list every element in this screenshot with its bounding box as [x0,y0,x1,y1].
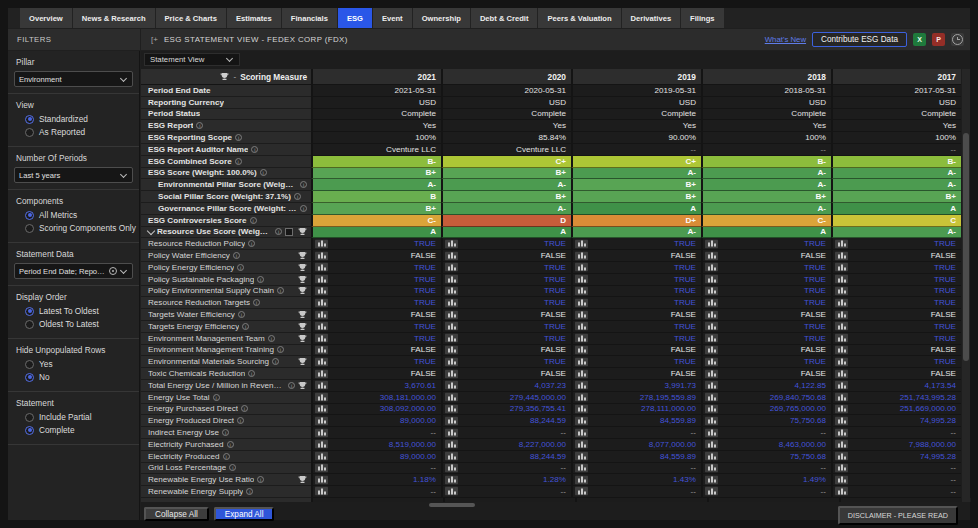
column-header-2021[interactable]: 2021 [311,69,441,85]
info-icon[interactable]: i [253,299,260,306]
cell-value[interactable]: TRUE [831,356,961,368]
row-label-cell[interactable]: ESG Report Auditor Namei [141,144,311,156]
cell-value[interactable]: Complete [311,109,441,121]
mini-chart-icon[interactable] [835,463,848,472]
cell-value[interactable]: C [831,215,961,227]
info-icon[interactable]: i [277,346,284,353]
cell-value[interactable]: B+ [441,168,571,180]
row-label-cell[interactable]: Environment Management Trainingi [141,345,311,357]
info-icon[interactable]: i [300,205,307,212]
row-label-cell[interactable]: Environmental Pillar Score (Weight: 34.3… [141,179,311,191]
cell-value[interactable]: 278,111,000.00 [571,404,701,416]
cell-value[interactable]: Complete [571,109,701,121]
mini-chart-icon[interactable] [445,239,458,248]
vertical-scrollbar-thumb[interactable] [963,133,969,361]
mini-chart-icon[interactable] [835,286,848,295]
info-icon[interactable]: i [260,169,267,176]
disclaimer-button[interactable]: DISCLAIMER - PLEASE READ [838,506,958,525]
mini-chart-icon[interactable] [575,416,588,425]
cell-value[interactable]: 84,559.89 [571,451,701,463]
statement-view-dropdown[interactable]: Statement View [144,53,240,66]
table-row-environmental-pillar-score-weight-34-3[interactable]: Environmental Pillar Score (Weight: 34.3… [141,179,971,191]
cell-value[interactable]: TRUE [571,274,701,286]
mini-chart-icon[interactable] [315,298,328,307]
mini-chart-icon[interactable] [445,251,458,260]
cell-value[interactable]: 1.18% [311,474,441,486]
cell-value[interactable]: A- [701,179,831,191]
tab-debt-credit[interactable]: Debt & Credit [471,8,538,28]
mini-chart-icon[interactable] [445,404,458,413]
cell-value[interactable]: USD [441,97,571,109]
row-label-cell[interactable]: Energy Produced Directi [141,415,311,427]
info-icon[interactable]: i [238,311,245,318]
cell-value[interactable]: 100% [831,132,961,144]
cell-value[interactable]: FALSE [441,368,571,380]
gear-icon[interactable] [109,267,117,275]
tab-overview[interactable]: Overview [20,8,72,28]
info-icon[interactable]: i [196,122,203,129]
row-label-cell[interactable]: Grid Loss Percentagei [141,463,311,475]
mini-chart-icon[interactable] [575,345,588,354]
mini-chart-icon[interactable] [835,487,848,496]
cell-value[interactable]: 8,227,000.00 [441,439,571,451]
cell-value[interactable]: A- [831,179,961,191]
cell-value[interactable]: Yes [701,120,831,132]
table-row-period-status[interactable]: Period StatusCompleteCompleteCompleteCom… [141,109,971,121]
mini-chart-icon[interactable] [315,416,328,425]
mini-chart-icon[interactable] [835,440,848,449]
mini-chart-icon[interactable] [445,275,458,284]
table-row-esg-report-auditor-name[interactable]: ESG Report Auditor NameiCventure LLCCven… [141,144,971,156]
mini-chart-icon[interactable] [575,381,588,390]
cell-value[interactable]: 2019-05-31 [571,85,701,97]
row-label-cell[interactable]: Indirect Energy Usei [141,427,311,439]
table-row-esg-controversies-score[interactable]: ESG Controversies ScoreiC-DD+C-C [141,215,971,227]
info-icon[interactable]: i [257,276,264,283]
cell-value[interactable]: FALSE [571,309,701,321]
mini-chart-icon[interactable] [835,334,848,343]
table-row-total-energy-use-million-in-revenue[interactable]: Total Energy Use / Million in Revenue $i… [141,380,971,392]
cell-value[interactable]: FALSE [311,309,441,321]
cell-value[interactable]: -- [441,463,571,475]
cell-value[interactable]: 278,195,559.89 [571,392,701,404]
info-icon[interactable]: i [237,417,244,424]
cell-value[interactable]: TRUE [311,297,441,309]
row-label-cell[interactable]: ESG Reporti [141,120,311,132]
mini-chart-icon[interactable] [705,251,718,260]
mini-chart-icon[interactable] [575,334,588,343]
mini-chart-icon[interactable] [835,310,848,319]
row-label-cell[interactable]: Period End Date [141,85,311,97]
cell-value[interactable]: TRUE [441,333,571,345]
mini-chart-icon[interactable] [705,452,718,461]
cell-value[interactable]: B- [831,156,961,168]
table-row-governance-pillar-score-weight-28-6[interactable]: Governance Pillar Score (Weight: 28.6%)i… [141,203,971,215]
table-row-policy-energy-efficiency[interactable]: Policy Energy EfficiencyiTRUETRUETRUETRU… [141,262,971,274]
mini-chart-icon[interactable] [445,416,458,425]
cell-value[interactable]: USD [311,97,441,109]
cell-value[interactable]: FALSE [831,250,961,262]
tab-derivatives[interactable]: Derivatives [622,8,681,28]
cell-value[interactable]: TRUE [571,333,701,345]
row-label-cell[interactable]: Policy Energy Efficiencyi [141,262,311,274]
cell-value[interactable]: 4,122.85 [701,380,831,392]
row-label-cell[interactable]: Resource Use Score (Weight: 10.5%)i [141,227,311,239]
mini-chart-icon[interactable] [445,263,458,272]
cell-value[interactable]: 3,991.73 [571,380,701,392]
cell-value[interactable]: 100% [701,132,831,144]
mini-chart-icon[interactable] [705,381,718,390]
cell-value[interactable]: TRUE [311,321,441,333]
mini-chart-icon[interactable] [445,322,458,331]
row-label-cell[interactable]: Governance Pillar Score (Weight: 28.6%)i [141,203,311,215]
mini-chart-icon[interactable] [835,298,848,307]
mini-chart-icon[interactable] [705,239,718,248]
cell-value[interactable]: -- [831,144,961,156]
table-row-environment-management-training[interactable]: Environment Management TrainingiFALSEFAL… [141,345,971,357]
info-icon[interactable]: i [246,488,253,495]
mini-chart-icon[interactable] [705,487,718,496]
mini-chart-icon[interactable] [705,428,718,437]
mini-chart-icon[interactable] [705,357,718,366]
mini-chart-icon[interactable] [835,369,848,378]
mini-chart-icon[interactable] [575,487,588,496]
table-row-renewable-energy-supply[interactable]: Renewable Energy Supplyi---------- [141,486,971,498]
table-row-electricity-produced[interactable]: Electricity Producedi89,000.0088,244.598… [141,451,971,463]
info-icon[interactable]: i [248,240,255,247]
